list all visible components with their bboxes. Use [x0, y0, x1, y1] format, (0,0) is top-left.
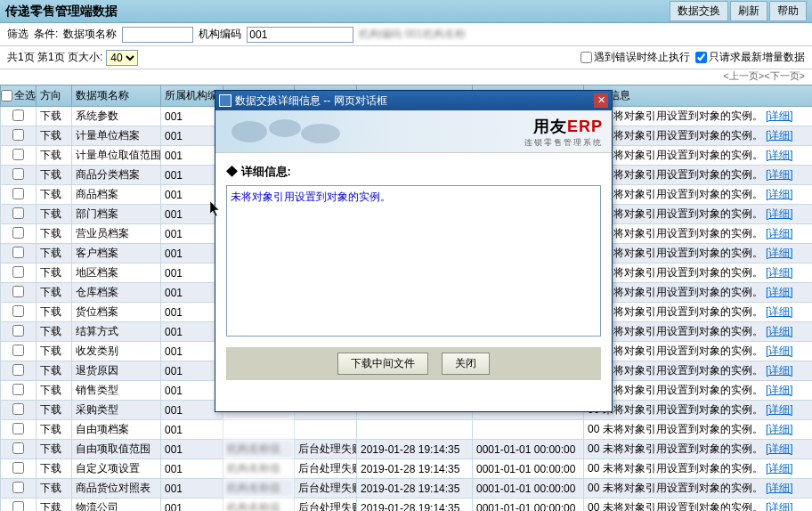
- detail-link[interactable]: [详细]: [766, 345, 793, 357]
- cell-direction: 下载: [37, 401, 72, 420]
- row-checkbox[interactable]: [12, 188, 24, 199]
- row-checkbox[interactable]: [12, 207, 24, 219]
- filter-label: 筛选: [7, 27, 28, 42]
- dialog-title: 数据交换详细信息 -- 网页对话框: [235, 93, 594, 109]
- dialog-button-bar: 下载中间文件 关闭: [226, 347, 601, 380]
- detail-link[interactable]: [详细]: [766, 442, 793, 455]
- row-checkbox[interactable]: [12, 384, 24, 395]
- filter-bar: 筛选 条件: 数据项名称 机构编码 机构编码 001机构名称: [0, 23, 812, 46]
- cell-orgcode: 001: [161, 322, 223, 342]
- refresh-button[interactable]: 刷新: [730, 1, 767, 21]
- row-checkbox[interactable]: [12, 442, 24, 454]
- cell-direction: 下载: [37, 361, 72, 381]
- row-checkbox[interactable]: [12, 364, 24, 376]
- row-checkbox[interactable]: [12, 325, 24, 337]
- row-checkbox[interactable]: [12, 168, 24, 180]
- cell-hint: 00 未将对象引用设置到对象的实例。 [详细]: [584, 322, 813, 342]
- pager-nav[interactable]: <上一页><下一页>: [723, 70, 805, 81]
- table-row[interactable]: 下载自由项取值范围001机构名称值后台处理失败2019-01-28 19:14:…: [1, 440, 813, 459]
- incremental-label[interactable]: 只请求最新增量数据: [695, 50, 805, 65]
- detail-link[interactable]: [详细]: [766, 423, 793, 435]
- detail-link[interactable]: [详细]: [766, 305, 793, 318]
- cell-time2: [473, 420, 584, 440]
- cell-orgname: 机构名称值: [223, 479, 295, 499]
- row-checkbox[interactable]: [12, 462, 24, 474]
- detail-link[interactable]: [详细]: [766, 188, 793, 200]
- cell-itemname: 自定义项设置: [72, 459, 161, 479]
- cell-direction: 下载: [37, 224, 72, 244]
- cell-orgname: 机构名称值: [223, 499, 295, 512]
- cell-hint: 00 未将对象引用设置到对象的实例。 [详细]: [584, 107, 813, 126]
- cell-orgcode: 001: [161, 166, 223, 185]
- cell-proc: 后台处理失败: [295, 499, 357, 512]
- select-all-label: 全选: [14, 88, 36, 103]
- detail-link[interactable]: [详细]: [766, 168, 793, 181]
- table-row[interactable]: 下载自由项档案00100 未将对象引用设置到对象的实例。 [详细]: [1, 420, 813, 440]
- data-exchange-button[interactable]: 数据交换: [670, 1, 728, 21]
- stop-on-error-label[interactable]: 遇到错误时终止执行: [581, 50, 690, 65]
- table-row[interactable]: 下载商品货位对照表001机构名称值后台处理失败2019-01-28 19:14:…: [1, 479, 813, 499]
- detail-link[interactable]: [详细]: [766, 110, 793, 122]
- col-hint: 提示信息: [584, 85, 813, 107]
- cell-direction: 下载: [37, 303, 72, 322]
- cell-hint: 00 未将对象引用设置到对象的实例。 [详细]: [584, 244, 813, 264]
- detail-link[interactable]: [详细]: [766, 403, 793, 416]
- table-row[interactable]: 下载自定义项设置001机构名称值后台处理失败2019-01-28 19:14:3…: [1, 459, 813, 479]
- row-checkbox[interactable]: [12, 266, 24, 278]
- download-file-button[interactable]: 下载中间文件: [337, 353, 428, 375]
- row-checkbox[interactable]: [12, 110, 24, 121]
- row-checkbox[interactable]: [12, 305, 24, 317]
- detail-link[interactable]: [详细]: [766, 129, 793, 142]
- detail-textarea[interactable]: 未将对象引用设置到对象的实例。: [226, 185, 601, 337]
- help-button[interactable]: 帮助: [769, 1, 807, 21]
- cell-direction: 下载: [37, 499, 72, 512]
- row-checkbox[interactable]: [12, 403, 24, 415]
- cell-hint: 00 未将对象引用设置到对象的实例。 [详细]: [584, 381, 813, 401]
- row-checkbox[interactable]: [12, 482, 24, 493]
- table-row[interactable]: 下载物流公司001机构名称值后台处理失败2019-01-28 19:14:350…: [1, 499, 813, 512]
- stop-on-error-checkbox[interactable]: [581, 52, 592, 63]
- row-checkbox[interactable]: [12, 423, 24, 434]
- detail-link[interactable]: [详细]: [766, 364, 793, 377]
- row-checkbox[interactable]: [12, 501, 24, 512]
- header-buttons: 数据交换 刷新 帮助: [670, 1, 807, 21]
- cell-itemname: 自由项取值范围: [72, 440, 161, 459]
- cell-time1: 2019-01-28 19:14:35: [357, 459, 473, 479]
- page-size-select[interactable]: 40: [106, 50, 138, 66]
- row-checkbox[interactable]: [12, 286, 24, 297]
- cell-itemname: 仓库档案: [72, 283, 161, 303]
- row-checkbox[interactable]: [12, 149, 24, 160]
- detail-link[interactable]: [详细]: [766, 266, 793, 279]
- row-checkbox[interactable]: [12, 129, 24, 141]
- cell-direction: 下载: [37, 107, 72, 126]
- detail-link[interactable]: [详细]: [766, 207, 793, 220]
- itemname-input[interactable]: [122, 27, 193, 43]
- row-checkbox[interactable]: [12, 247, 24, 258]
- cell-orgcode: 001: [161, 107, 223, 126]
- orgcode-input[interactable]: [247, 27, 353, 43]
- detail-link[interactable]: [详细]: [766, 247, 793, 259]
- cell-direction: 下载: [37, 381, 72, 401]
- cell-hint: 00 未将对象引用设置到对象的实例。 [详细]: [584, 342, 813, 361]
- row-checkbox[interactable]: [12, 345, 24, 356]
- detail-link[interactable]: [详细]: [766, 286, 793, 298]
- detail-section-label: ◆ 详细信息:: [226, 164, 601, 180]
- select-all-checkbox[interactable]: [1, 90, 12, 101]
- detail-link[interactable]: [详细]: [766, 149, 793, 161]
- detail-link[interactable]: [详细]: [766, 501, 793, 511]
- detail-link[interactable]: [详细]: [766, 482, 793, 494]
- detail-link[interactable]: [详细]: [766, 384, 793, 396]
- cell-itemname: 收发类别: [72, 342, 161, 361]
- close-button[interactable]: 关闭: [442, 353, 490, 375]
- row-checkbox[interactable]: [12, 227, 24, 239]
- itemname-label: 数据项名称: [63, 27, 117, 42]
- detail-link[interactable]: [详细]: [766, 325, 793, 337]
- svg-point-2: [301, 124, 340, 143]
- dialog-close-button[interactable]: ✕: [594, 93, 608, 108]
- cell-direction: 下载: [37, 479, 72, 499]
- dialog-titlebar[interactable]: 数据交换详细信息 -- 网页对话框 ✕: [215, 91, 612, 110]
- incremental-checkbox[interactable]: [695, 52, 707, 63]
- detail-link[interactable]: [详细]: [766, 227, 793, 239]
- detail-link[interactable]: [详细]: [766, 462, 793, 474]
- cell-orgname: [223, 420, 295, 440]
